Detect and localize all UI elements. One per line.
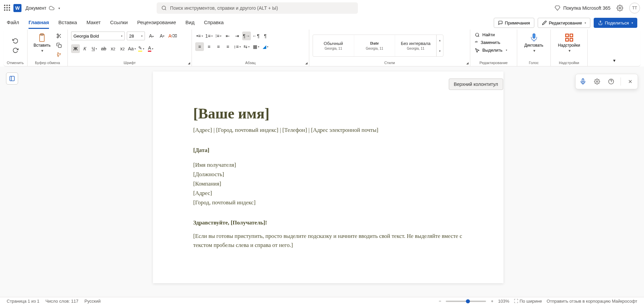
- tab-file[interactable]: Файл: [7, 17, 19, 29]
- rtl-button[interactable]: ←¶: [252, 32, 260, 40]
- comments-button[interactable]: Примечания: [494, 18, 534, 28]
- addins-button[interactable]: Надстройки▾: [555, 32, 583, 54]
- tab-insert[interactable]: Вставка: [58, 17, 77, 29]
- tab-references[interactable]: Ссылки: [110, 17, 128, 29]
- grow-font-button[interactable]: A▴: [147, 32, 156, 40]
- dictation-close-button[interactable]: [626, 77, 635, 86]
- ltr-button[interactable]: ¶→: [242, 32, 251, 40]
- doc-greeting[interactable]: Здравствуйте, [Получатель]!: [193, 219, 463, 226]
- paragraph-launcher-icon[interactable]: ◢: [305, 61, 308, 65]
- line-spacing-button[interactable]: ↕≡▾: [233, 42, 241, 51]
- bullets-button[interactable]: •≡▾: [195, 32, 204, 40]
- font-color-button[interactable]: A▾: [146, 44, 155, 53]
- style-date[interactable]: DateGeorgia, 11: [354, 35, 395, 56]
- zoom-level[interactable]: 103%: [498, 299, 509, 304]
- bold-button[interactable]: Ж: [71, 44, 80, 53]
- zoom-in-button[interactable]: +: [491, 299, 493, 304]
- copy-button[interactable]: [55, 41, 63, 50]
- tab-review[interactable]: Рецензирование: [137, 17, 176, 29]
- doc-title[interactable]: [Ваше имя]: [193, 105, 463, 122]
- dictation-help-button[interactable]: [606, 77, 616, 86]
- change-case-button[interactable]: Aa▾: [127, 44, 136, 53]
- dictation-settings-button[interactable]: [592, 77, 602, 86]
- justify-button[interactable]: ≡: [223, 42, 232, 51]
- document-page[interactable]: [Ваше имя] [Адрес] | [Город, почтовый ин…: [153, 71, 503, 283]
- align-left-button[interactable]: ≡: [195, 42, 204, 51]
- recipient-name[interactable]: [Имя получателя]: [193, 162, 463, 168]
- word-count[interactable]: Число слов: 117: [45, 299, 78, 304]
- doc-menu-chevron-icon[interactable]: ▾: [58, 6, 60, 10]
- find-button[interactable]: Найти: [474, 32, 508, 38]
- app-launcher-icon[interactable]: [4, 5, 11, 11]
- user-avatar[interactable]: TT: [629, 3, 640, 13]
- dictation-mic-button[interactable]: [578, 77, 588, 86]
- zoom-slider[interactable]: [446, 301, 486, 302]
- doc-body[interactable]: [Если вы готовы приступить, просто выдел…: [193, 232, 463, 250]
- zoom-out-button[interactable]: −: [439, 299, 441, 304]
- styles-scroll-up[interactable]: ▴: [436, 35, 443, 46]
- tab-help[interactable]: Справка: [204, 17, 224, 29]
- font-size-combo[interactable]: 28▾: [127, 32, 145, 40]
- align-right-button[interactable]: ≡: [214, 42, 223, 51]
- align-center-button[interactable]: ≡: [205, 42, 213, 51]
- superscript-button[interactable]: x2: [118, 44, 127, 53]
- paste-button[interactable]: Вставить ▾: [31, 32, 53, 54]
- recipient-address[interactable]: [Адрес]: [193, 190, 463, 197]
- tab-layout[interactable]: Макет: [87, 17, 101, 29]
- styles-launcher-icon[interactable]: ◢: [466, 61, 469, 65]
- style-normal[interactable]: ОбычныйGeorgia, 11: [313, 35, 354, 56]
- doc-date[interactable]: [Дата]: [193, 147, 463, 154]
- navigation-pane-button[interactable]: [6, 72, 18, 85]
- tab-view[interactable]: Вид: [185, 17, 195, 29]
- undo-button[interactable]: [11, 37, 20, 45]
- clear-formatting-button[interactable]: A⌫: [168, 32, 177, 40]
- fit-width-button[interactable]: ⛶ По ширине: [514, 299, 542, 304]
- settings-icon[interactable]: [616, 5, 623, 11]
- recipient-company[interactable]: [Компания]: [193, 181, 463, 187]
- shrink-font-button[interactable]: A▾: [158, 32, 166, 40]
- page-indicator[interactable]: Страница 1 из 1: [7, 299, 39, 304]
- font-name-combo[interactable]: Georgia Bold▾: [71, 32, 125, 40]
- recipient-title[interactable]: [Должность]: [193, 171, 463, 178]
- borders-button[interactable]: ▦▾: [252, 42, 260, 51]
- cut-button[interactable]: [55, 32, 63, 40]
- recipient-city[interactable]: [Город, почтовый индекс]: [193, 199, 463, 206]
- buy-microsoft-365[interactable]: Покупка Microsoft 365: [554, 5, 610, 11]
- language-indicator[interactable]: Русский: [85, 299, 101, 304]
- multilevel-list-button[interactable]: ⁝≡▾: [214, 32, 223, 40]
- italic-button[interactable]: К: [80, 44, 89, 53]
- select-button[interactable]: Выделить▾: [474, 47, 508, 53]
- strikethrough-button[interactable]: ab: [99, 44, 108, 53]
- search-box[interactable]: Поиск инструментов, справки и другого (A…: [157, 2, 358, 14]
- share-button[interactable]: Поделиться ▾: [594, 18, 637, 28]
- document-name[interactable]: Документ: [25, 5, 46, 11]
- subscript-button[interactable]: x2: [109, 44, 117, 53]
- format-painter-button[interactable]: [55, 50, 63, 59]
- styles-gallery[interactable]: ОбычныйGeorgia, 11 DateGeorgia, 11 Без и…: [313, 35, 443, 57]
- tab-home[interactable]: Главная: [29, 17, 49, 29]
- undo-group-label: Отменить: [7, 59, 24, 65]
- ribbon-collapse-chevron-icon[interactable]: ▾: [610, 56, 619, 65]
- redo-button[interactable]: [11, 46, 20, 55]
- dictate-button[interactable]: Диктовать▾: [522, 32, 546, 54]
- highlight-button[interactable]: ✎▾: [137, 44, 146, 53]
- replace-button[interactable]: ᵃᵇЗаменить: [474, 39, 508, 46]
- styles-scroll-down[interactable]: ▾: [436, 46, 443, 56]
- editing-group-label: Редактирование: [474, 59, 514, 65]
- increase-indent-button[interactable]: ⇥: [233, 32, 241, 40]
- doc-contact-line[interactable]: [Адрес] | [Город, почтовый индекс] | [Те…: [193, 127, 463, 134]
- cloud-saved-icon: [49, 5, 54, 11]
- panel-icon: [9, 75, 15, 82]
- show-marks-button[interactable]: ¶: [261, 32, 270, 40]
- style-no-spacing[interactable]: Без интервалаGeorgia, 11: [395, 35, 436, 56]
- font-launcher-icon[interactable]: ◢: [188, 61, 190, 65]
- indent-options-button[interactable]: ⇆▾: [242, 42, 251, 51]
- editing-mode-button[interactable]: Редактирование ▾: [538, 18, 590, 28]
- decrease-indent-button[interactable]: ⇤: [223, 32, 232, 40]
- header-region-label[interactable]: Верхний колонтитул: [449, 79, 503, 90]
- shading-button[interactable]: ◢▾: [261, 42, 270, 51]
- feedback-link[interactable]: Отправить отзыв в корпорацию Майкрософт: [547, 299, 637, 304]
- underline-button[interactable]: Ч▾: [90, 44, 99, 53]
- numbering-button[interactable]: 1≡▾: [205, 32, 213, 40]
- svg-line-10: [58, 35, 59, 36]
